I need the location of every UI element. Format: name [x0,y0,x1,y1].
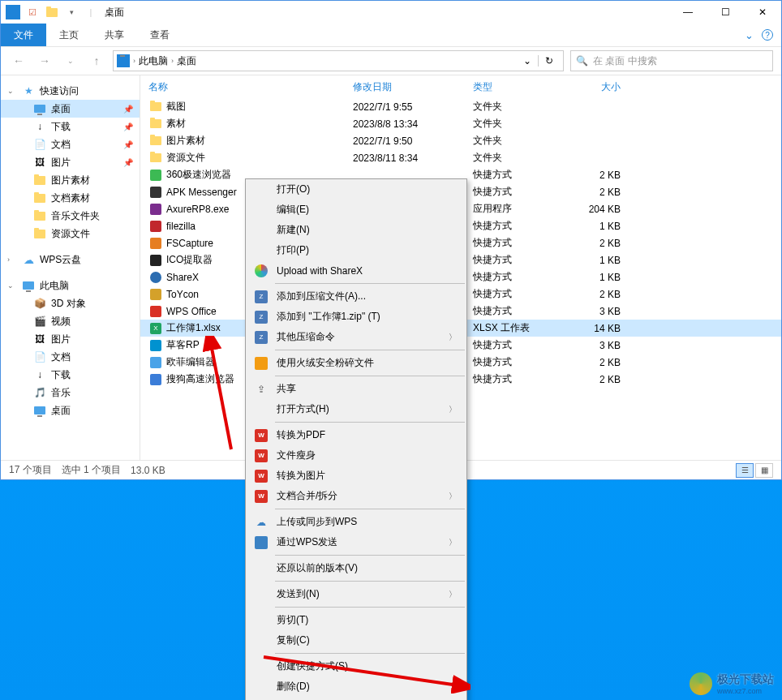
pc-icon [22,279,35,292]
context-menu-item[interactable]: ☁上传或同步到WPS [246,512,466,532]
context-menu-item[interactable]: 剪切(T) [246,610,466,630]
file-size: 1 KB [572,272,621,283]
chevron-down-icon[interactable]: ⌄ [7,281,17,290]
file-name: 截图 [166,100,353,114]
context-menu-item[interactable]: Z添加到压缩文件(A)... [246,286,466,307]
sidebar-item[interactable]: 🖼图片📌 [1,153,140,171]
context-menu-item[interactable]: 创建快捷方式(S) [246,656,466,676]
menu-item-label: 转换为PDF [277,428,440,442]
sidebar-item[interactable]: 音乐文件夹 [1,207,140,225]
col-date[interactable]: 修改日期 [353,80,473,94]
file-icon [148,237,163,250]
sidebar-quick-access[interactable]: ⌄ ★ 快速访问 [1,82,140,100]
pin-icon: 📌 [123,122,133,131]
file-name: 资源文件 [166,151,353,165]
file-icon [148,203,163,216]
breadcrumb-desktop[interactable]: 桌面 [177,54,196,68]
up-button[interactable]: ↑ [87,51,106,71]
tab-home[interactable]: 主页 [46,24,92,46]
sidebar-item[interactable]: 文档素材 [1,189,140,207]
sidebar-this-pc[interactable]: ⌄ 此电脑 [1,277,140,294]
file-row[interactable]: 素材2023/8/8 13:34文件夹 [140,115,781,132]
col-type[interactable]: 类型 [473,80,572,94]
col-name[interactable]: 名称 [148,80,353,94]
view-icons-button[interactable]: ▦ [755,463,773,478]
properties-icon[interactable]: ☑ [25,5,40,19]
sidebar-item[interactable]: 桌面📌 [1,100,140,118]
view-details-button[interactable]: ☰ [736,463,754,478]
menu-item-label: Upload with ShareX [277,265,440,277]
minimize-button[interactable]: — [669,1,707,24]
qat-sep: | [84,5,98,19]
maximize-button[interactable]: ☐ [707,1,744,24]
forward-button[interactable]: → [35,51,54,71]
sidebar-item[interactable]: 📄文档 [1,348,140,366]
context-menu-item[interactable]: 打印(P) [246,240,466,260]
file-type: 快捷方式 [473,270,572,284]
context-menu-item[interactable]: W文档合并/拆分〉 [246,486,466,506]
tab-share[interactable]: 共享 [92,24,137,46]
close-button[interactable]: ✕ [744,1,781,24]
file-icon [148,101,163,114]
sidebar-item[interactable]: 📄文档📌 [1,135,140,153]
breadcrumb-thispc[interactable]: 此电脑 [139,54,168,68]
context-menu-item[interactable]: 发送到(N)〉 [246,584,466,604]
address-dropdown-icon[interactable]: ⌄ [518,55,536,67]
chevron-down-icon[interactable]: ⌄ [7,87,17,95]
context-menu-item[interactable]: 删除(D) [246,676,466,697]
file-type: 快捷方式 [473,185,572,199]
sidebar-item[interactable]: 图片素材 [1,171,140,189]
tab-view[interactable]: 查看 [137,24,183,46]
sidebar-item[interactable]: 资源文件 [1,225,140,243]
sidebar-item[interactable]: 🎵音乐 [1,384,140,402]
sidebar-item[interactable]: 🎬视频 [1,312,140,330]
menu-item-icon: ☁ [252,515,270,530]
context-menu-item[interactable]: 通过WPS发送〉 [246,532,466,552]
qat-dropdown-icon[interactable]: ▾ [64,5,79,19]
sidebar-wps-cloud[interactable]: › ☁ WPS云盘 [1,251,140,268]
sidebar-item[interactable]: 📦3D 对象 [1,294,140,312]
context-menu-item[interactable]: ⇪共享 [246,379,466,399]
file-row[interactable]: 资源文件2023/8/11 8:34文件夹 [140,149,781,166]
chevron-right-icon[interactable]: › [7,256,17,264]
context-menu-item[interactable]: Z其他压缩命令〉 [246,327,466,347]
file-type: 应用程序 [473,202,572,216]
file-tab[interactable]: 文件 [1,24,46,46]
file-size: 2 KB [572,187,621,198]
context-menu-item[interactable]: 新建(N) [246,220,466,240]
context-menu-item[interactable]: 还原以前的版本(V) [246,558,466,578]
refresh-button[interactable]: ↻ [538,55,560,67]
col-size[interactable]: 大小 [572,80,621,94]
menu-item-icon: ⇪ [252,382,270,397]
item-icon: ↓ [33,368,46,381]
ribbon-expand-icon[interactable]: ⌄ ? [745,24,781,46]
file-row[interactable]: 截图2022/7/1 9:55文件夹 [140,98,781,115]
back-button[interactable]: ← [9,51,28,71]
context-menu-item[interactable]: 重命名(M) [246,697,466,700]
context-menu-item[interactable]: 使用火绒安全粉碎文件 [246,353,466,373]
sidebar-item[interactable]: ↓下载📌 [1,118,140,135]
view-toggle: ☰ ▦ [736,463,773,478]
recent-dropdown-icon[interactable]: ⌄ [61,51,80,71]
context-menu-item[interactable]: 打开(O) [246,179,466,200]
context-menu-item[interactable]: 复制(C) [246,630,466,651]
sidebar-item[interactable]: ↓下载 [1,366,140,384]
menu-item-icon [252,203,270,217]
context-menu-item[interactable]: W转换为图片 [246,466,466,486]
address-bar[interactable]: › 此电脑 › 桌面 ⌄ ↻ [113,50,564,71]
context-menu-item[interactable]: 编辑(E) [246,200,466,220]
context-menu-item[interactable]: W文件瘦身 [246,445,466,466]
sidebar-item-label: 视频 [51,315,71,329]
file-size: 3 KB [572,306,621,317]
sidebar-item[interactable]: 桌面 [1,402,140,419]
context-menu-item[interactable]: Upload with ShareX [246,260,466,281]
sidebar-item-label: 下载 [51,368,71,382]
file-row[interactable]: 图片素材2022/7/1 9:50文件夹 [140,132,781,149]
context-menu-item[interactable]: W转换为PDF [246,425,466,445]
menu-item-label: 文件瘦身 [277,449,440,462]
search-input[interactable]: 🔍 在 桌面 中搜索 [570,50,773,71]
folder-icon[interactable] [45,5,59,19]
sidebar-item[interactable]: 🖼图片 [1,330,140,348]
context-menu-item[interactable]: Z添加到 "工作簿1.zip" (T) [246,307,466,327]
context-menu-item[interactable]: 打开方式(H)〉 [246,399,466,419]
